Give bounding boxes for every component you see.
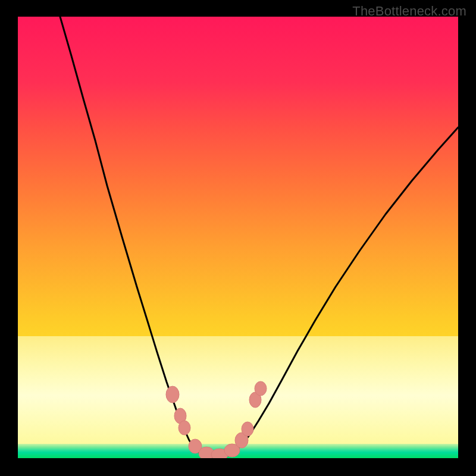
curve-bead xyxy=(178,421,190,435)
curve-bead xyxy=(242,422,253,436)
watermark-text: TheBottleneck.com xyxy=(352,4,466,19)
bead-group xyxy=(166,381,267,458)
curve-bead xyxy=(166,386,179,403)
plot-area xyxy=(18,17,458,458)
chart-svg xyxy=(18,17,458,458)
curve-bead xyxy=(255,381,267,396)
outer-frame: TheBottleneck.com xyxy=(0,0,476,476)
